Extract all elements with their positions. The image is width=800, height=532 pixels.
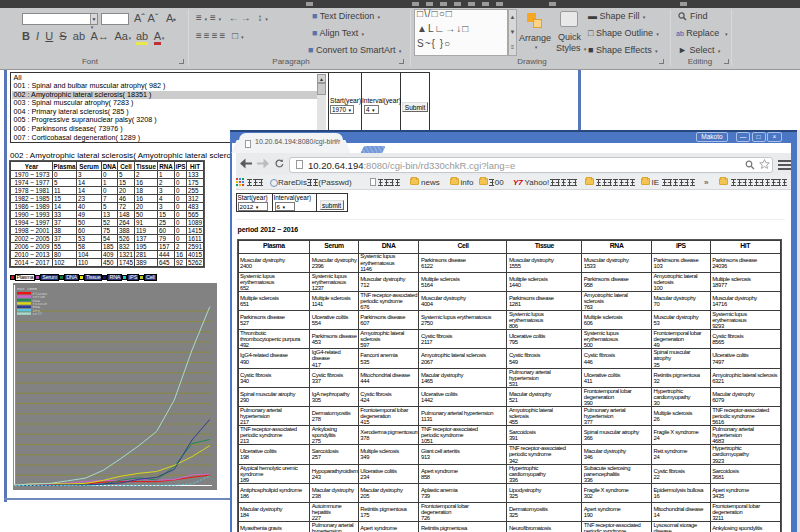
svg-text:Max 2000: Max 2000 [17, 287, 38, 291]
svg-text:Cell: Cell [33, 312, 43, 316]
